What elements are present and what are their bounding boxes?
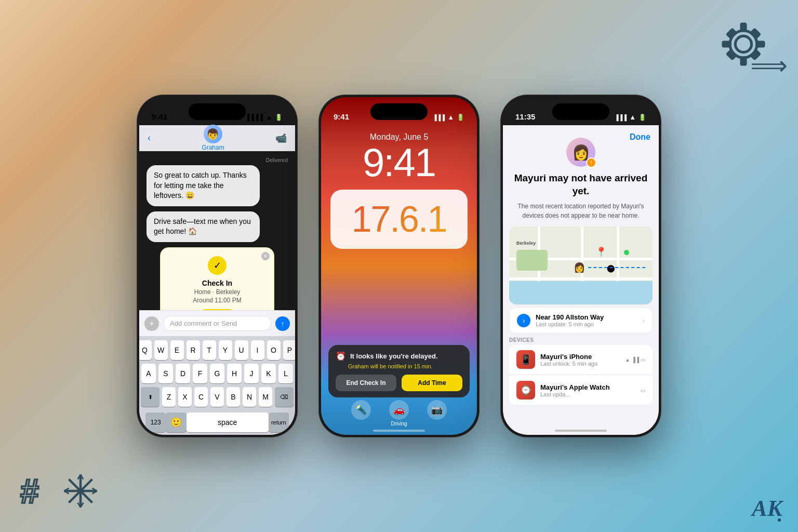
numbers-key[interactable]: 123 (145, 413, 166, 432)
signal-icon-p2: ▐▐▐ (433, 114, 445, 121)
status-time-phone1: 9:41 (152, 112, 167, 121)
svg-rect-6 (750, 28, 761, 39)
notif-subtitle: Graham will be notified in 15 min. (336, 363, 462, 369)
key-h[interactable]: H (227, 364, 242, 383)
message-input[interactable]: Add comment or Send (163, 316, 271, 331)
location-info[interactable]: › Near 190 Allston Way Last update: 5 mi… (509, 308, 653, 333)
dock-flashlight[interactable]: 🔦 (351, 400, 371, 427)
key-d[interactable]: D (176, 364, 190, 383)
map-view[interactable]: 📍 👩 ⬤ Berkeley (509, 227, 653, 304)
wifi-icon-p2: ▲ (447, 113, 454, 121)
key-x[interactable]: X (178, 387, 192, 407)
key-z[interactable]: Z (162, 387, 176, 407)
return-key[interactable]: return (269, 413, 289, 432)
map-label-berkeley: Berkeley (516, 241, 536, 246)
keyboard-extras: ☺ 🎤 (141, 434, 293, 435)
iphone-device-icon: 📱 (516, 350, 535, 369)
key-n[interactable]: N (243, 387, 256, 407)
camera-icon: 📷 (427, 400, 447, 420)
map-pin-avatar: 👩 (574, 262, 585, 273)
alert-title: Mayuri may not have arrived yet. (503, 172, 659, 197)
space-key[interactable]: space (187, 413, 269, 432)
key-s[interactable]: S (158, 364, 173, 383)
notification-banner: ⏰ It looks like you're delayed. Graham w… (328, 345, 470, 397)
phone-messages-screen: 9:41 ▐▐▐▐ ▲ 🔋 ‹ 👦 Graham 📹 De (139, 97, 295, 435)
key-e[interactable]: E (170, 340, 184, 360)
dynamic-island-phone3 (552, 103, 609, 120)
add-attachment-button[interactable]: + (144, 316, 159, 331)
key-t[interactable]: T (203, 340, 216, 360)
checkin-checkmark-icon: ✓ (208, 256, 227, 275)
key-o[interactable]: O (267, 340, 281, 360)
watch-device-icon: ⌚ (516, 381, 535, 400)
svg-rect-3 (722, 41, 731, 48)
keyboard-row-3: ⬆ Z X C V B N M ⌫ (141, 387, 293, 407)
send-button[interactable]: ↑ (275, 316, 290, 331)
device-row-watch[interactable]: ⌚ Mayuri's Apple Watch Last upda... ▭ (509, 376, 653, 405)
keyboard-row-2: A S D F G H J K L (141, 364, 293, 383)
messages-input-bar: + Add comment or Send ↑ (139, 310, 295, 336)
driving-label: Driving (391, 421, 407, 427)
wifi-status-icon: ▲ (625, 357, 630, 363)
checkin-alert-screen: Done 👩 ! Mayuri may not have arrived yet… (503, 125, 659, 435)
key-f[interactable]: F (193, 364, 207, 383)
dynamic-island-phone1 (189, 103, 246, 120)
done-button[interactable]: Done (630, 132, 650, 142)
end-checkin-button[interactable]: End Check In (336, 375, 396, 391)
status-time-phone2: 9:41 (334, 112, 349, 121)
key-j[interactable]: J (244, 364, 259, 383)
key-a[interactable]: A (141, 364, 156, 383)
svg-rect-5 (726, 28, 737, 39)
back-button[interactable]: ‹ (148, 132, 151, 143)
video-call-button[interactable]: 📹 (275, 132, 287, 144)
key-l[interactable]: L (278, 364, 293, 383)
map-park (516, 250, 548, 271)
dock-driving[interactable]: 🚗 Driving (389, 400, 409, 427)
iphone-device-name: Mayuri's iPhone (540, 353, 597, 361)
key-m[interactable]: M (259, 387, 272, 407)
bottom-left-gear-2 (57, 468, 104, 516)
dock-camera[interactable]: 📷 (427, 400, 447, 427)
key-p[interactable]: P (283, 340, 296, 360)
devices-section: DEVICES 📱 Mayuri's iPhone Last unlock: 5… (509, 337, 653, 405)
phone-checkin-screen: 11:35 ▐▐▐ ▲ 🔋 Done 👩 ! Mayuri m (503, 97, 659, 435)
key-k[interactable]: K (261, 364, 276, 383)
keyboard-row-1: Q W E R T Y U I O P (141, 340, 293, 360)
status-icons-phone3: ▐▐▐ ▲ 🔋 (615, 113, 646, 121)
key-v[interactable]: V (210, 387, 224, 407)
chevron-right-icon: › (642, 316, 645, 325)
contact-name[interactable]: Graham (202, 144, 224, 151)
add-time-button[interactable]: Add Time (402, 375, 462, 391)
status-icons-phone2: ▐▐▐ ▲ 🔋 (433, 113, 464, 121)
shift-key[interactable]: ⬆ (141, 387, 159, 407)
devices-section-label: DEVICES (509, 337, 653, 343)
version-widget: 17.6.1 (330, 190, 468, 249)
key-y[interactable]: Y (219, 340, 232, 360)
device-row-iphone[interactable]: 📱 Mayuri's iPhone Last unlock: 5 min ago… (509, 345, 653, 375)
bottom-left-gear-1: # (16, 468, 62, 516)
watch-device-update: Last upda... (540, 391, 610, 397)
key-g[interactable]: G (210, 364, 224, 383)
checkin-close-button[interactable]: ✕ (261, 252, 270, 260)
notif-clock-icon: ⏰ (336, 351, 346, 361)
delete-key[interactable]: ⌫ (275, 387, 294, 407)
location-text: Near 190 Allston Way Last update: 5 min … (536, 313, 604, 327)
location-indicator: › (517, 314, 530, 327)
checkin-location: Home · Berkeley (169, 288, 265, 296)
notif-actions: End Check In Add Time (336, 375, 462, 391)
key-b[interactable]: B (227, 387, 240, 407)
watch-device-name: Mayuri's Apple Watch (540, 383, 610, 391)
status-bar-phone2: 9:41 ▐▐▐ ▲ 🔋 (321, 97, 477, 125)
battery-icon: 🔋 (275, 114, 283, 121)
key-w[interactable]: W (154, 340, 168, 360)
key-c[interactable]: C (194, 387, 208, 407)
location-update: Last update: 5 min ago (536, 321, 604, 327)
key-i[interactable]: I (251, 340, 264, 360)
arrow-decoration-top-right: ⟸ (750, 52, 788, 82)
emoji-key[interactable]: 🙂 (166, 413, 186, 432)
key-u[interactable]: U (235, 340, 248, 360)
map-dotted-line (588, 267, 645, 268)
key-q[interactable]: Q (139, 340, 152, 360)
messages-nav: ‹ 👦 Graham 📹 (139, 125, 295, 151)
key-r[interactable]: R (187, 340, 200, 360)
